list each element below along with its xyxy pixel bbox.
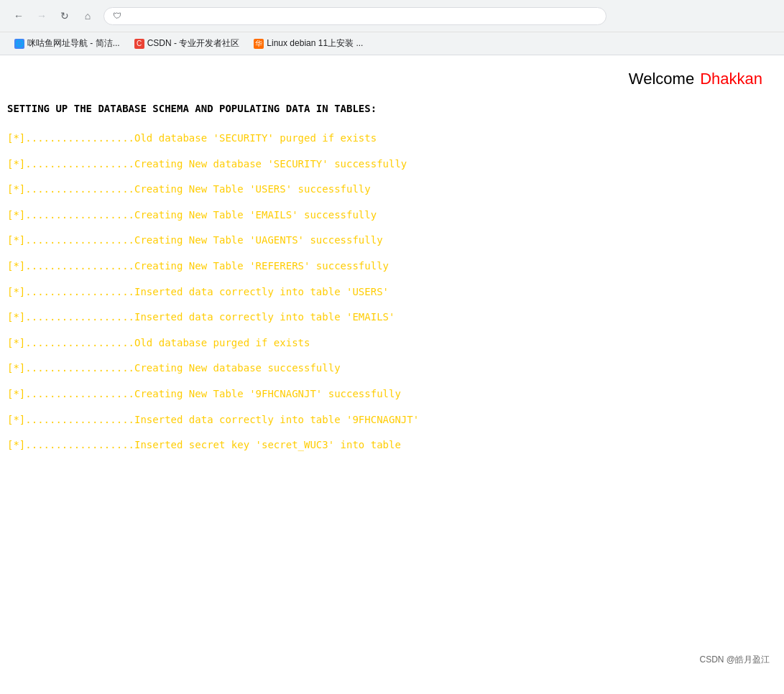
bookmark-label-3: Linux debian 11上安装 ...	[267, 37, 363, 50]
log-line: [*]..................Inserted secret key…	[7, 438, 777, 453]
browser-chrome: ← → ↻ ⌂ 🛡 :1025/sql-connections/setup-db…	[0, 0, 784, 55]
log-line: [*]..................Creating New databa…	[7, 157, 777, 172]
page-heading: SETTING UP THE DATABASE SCHEMA AND POPUL…	[7, 103, 777, 114]
log-container: [*]..................Old database 'SECUR…	[7, 131, 777, 453]
log-line: [*]..................Inserted data corre…	[7, 413, 777, 427]
log-line: [*]..................Inserted data corre…	[7, 310, 777, 325]
bookmark-item-3[interactable]: 华 Linux debian 11上安装 ...	[248, 35, 369, 52]
nav-buttons: ← → ↻ ⌂	[9, 6, 98, 26]
browser-toolbar: ← → ↻ ⌂ 🛡 :1025/sql-connections/setup-db…	[0, 0, 784, 32]
page-content: Welcome Dhakkan SETTING UP THE DATABASE …	[0, 55, 784, 680]
bookmark-icon-3: 华	[254, 39, 264, 49]
bookmark-icon-2: C	[134, 39, 144, 49]
username-label: Dhakkan	[700, 70, 762, 88]
bookmark-icon-1: 🌐	[14, 39, 24, 49]
bookmark-item-1[interactable]: 🌐 咪咕鱼网址导航 - 简洁...	[9, 35, 126, 52]
welcome-label: Welcome	[629, 70, 694, 88]
page-footer: CSDN @皓月盈江	[699, 654, 770, 666]
refresh-button[interactable]: ↻	[55, 6, 75, 26]
url-input[interactable]: :1025/sql-connections/setup-db.php	[127, 11, 597, 22]
main-content: SETTING UP THE DATABASE SCHEMA AND POPUL…	[0, 103, 784, 453]
bookmark-label-1: 咪咕鱼网址导航 - 简洁...	[27, 37, 120, 50]
log-line: [*]..................Old database purged…	[7, 336, 777, 351]
log-line: [*]..................Creating New Table …	[7, 182, 777, 197]
log-line: [*]..................Old database 'SECUR…	[7, 131, 777, 146]
page-header: Welcome Dhakkan	[0, 55, 784, 103]
bookmark-item-2[interactable]: C CSDN - 专业开发者社区	[129, 35, 246, 52]
log-line: [*]..................Creating New Table …	[7, 259, 777, 274]
bookmark-label-2: CSDN - 专业开发者社区	[147, 37, 240, 50]
bookmarks-bar: 🌐 咪咕鱼网址导航 - 简洁... C CSDN - 专业开发者社区 华 Lin…	[0, 32, 784, 55]
address-bar[interactable]: 🛡 :1025/sql-connections/setup-db.php	[103, 7, 607, 25]
log-line: [*]..................Creating New Table …	[7, 208, 777, 223]
log-line: [*]..................Creating New databa…	[7, 361, 777, 376]
log-line: [*]..................Creating New Table …	[7, 387, 777, 402]
lock-icon: 🛡	[113, 11, 121, 21]
back-button[interactable]: ←	[9, 6, 29, 26]
home-button[interactable]: ⌂	[78, 6, 98, 26]
log-line: [*]..................Inserted data corre…	[7, 285, 777, 300]
log-line: [*]..................Creating New Table …	[7, 233, 777, 248]
forward-button[interactable]: →	[32, 6, 52, 26]
